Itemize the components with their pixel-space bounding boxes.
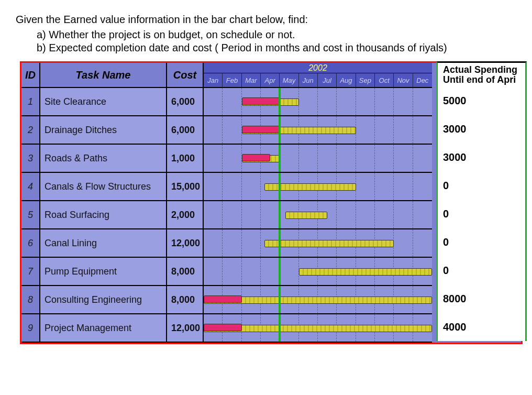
month-label: Aug [337,73,356,87]
task-gantt-cell [204,88,432,116]
task-cost: 6,000 [167,116,204,145]
task-gantt-cell [204,229,432,258]
actual-spending-header: Actual Spending Until end of Apri [437,61,527,86]
task-name: Drainage Ditches [40,116,167,145]
task-name: Pump Equipment [40,258,167,286]
task-gantt-cell [204,173,432,201]
actual-bar [204,295,242,303]
month-label: Jan [204,73,223,87]
actual-spending-column: Actual Spending Until end of Apri 500030… [437,61,527,341]
plan-bar [264,183,356,191]
status-date-line [279,258,281,285]
task-id: 2 [21,116,40,145]
month-label: Jun [299,73,318,87]
actual-spending-header-l1: Actual Spending [443,65,517,75]
task-id: 9 [21,314,40,343]
actual-spending-value: 8000 [437,284,527,313]
month-label: May [280,73,298,87]
actual-spending-value: 4000 [437,313,527,341]
question-b: b) Expected completion date and cost ( P… [37,42,516,54]
plan-bar [285,212,327,219]
month-label: Feb [223,73,241,87]
task-cost: 12,000 [167,229,204,258]
task-gantt-cell [204,116,432,145]
plan-bar [264,240,394,247]
task-name: Roads & Paths [40,145,167,173]
col-header-cost: Cost [167,63,204,88]
actual-bar [204,324,242,331]
actual-spending-header-l2: Until end of Apri [443,75,516,85]
task-cost: 15,000 [167,173,204,201]
timeline-year: 2002 [204,63,432,73]
question-a: a) Whether the project is on budget, on … [37,29,516,41]
task-cost: 1,000 [167,145,204,173]
month-label: Mar [242,73,261,87]
task-id: 6 [21,229,40,258]
month-label: Jul [318,73,337,87]
col-header-id: ID [21,63,40,88]
task-cost: 8,000 [167,258,204,286]
task-gantt-cell [204,314,432,343]
task-id: 3 [21,145,40,173]
actual-bar [242,97,280,105]
month-label: Nov [394,73,413,87]
month-label: Sep [356,73,375,87]
task-name: Road Surfacing [40,201,167,229]
month-label: Apr [261,73,280,87]
plan-bar [299,268,432,276]
question-list: a) Whether the project is on budget, on … [37,29,516,54]
actual-spending-value: 0 [437,200,527,228]
task-id: 5 [21,201,40,229]
gantt-chart: ID Task Name Cost 2002 JanFebMarAprMayJu… [20,61,523,344]
month-label: Dec [413,73,432,87]
task-id: 4 [21,173,40,201]
task-id: 1 [21,88,40,116]
actual-spending-value: 5000 [437,86,527,115]
actual-bar [242,126,280,133]
actual-bar [242,154,271,161]
task-cost: 6,000 [167,88,204,116]
task-name: Consulting Engineering [40,286,167,314]
task-gantt-cell [204,145,432,173]
actual-spending-value: 3000 [437,143,527,171]
actual-spending-value: 0 [437,228,527,256]
task-cost: 12,000 [167,314,204,343]
col-header-timeline: 2002 JanFebMarAprMayJunJulAugSepOctNovDe… [204,63,432,88]
task-id: 7 [21,258,40,286]
status-date-line [279,201,281,228]
task-cost: 8,000 [167,286,204,314]
actual-spending-value: 0 [437,256,527,284]
task-cost: 2,000 [167,201,204,229]
task-name: Canal Lining [40,229,167,258]
actual-spending-value: 3000 [437,115,527,143]
task-name: Project Management [40,314,167,343]
task-name: Canals & Flow Structures [40,173,167,201]
month-label: Oct [375,73,394,87]
task-name: Site Clearance [40,88,167,116]
task-gantt-cell [204,258,432,286]
task-gantt-cell [204,286,432,314]
question-intro: Given the Earned value information in th… [16,14,516,26]
task-id: 8 [21,286,40,314]
task-gantt-cell [204,201,432,229]
actual-spending-value: 0 [437,171,527,200]
col-header-task: Task Name [40,63,167,88]
